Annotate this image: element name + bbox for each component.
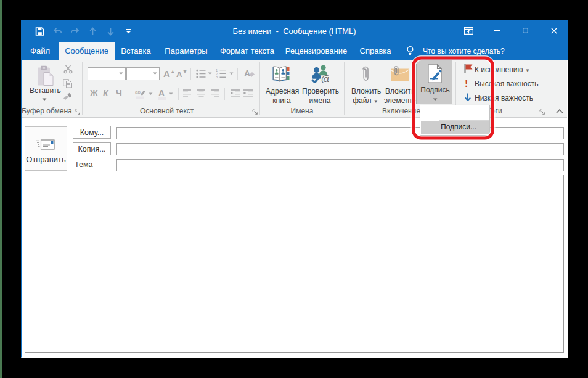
svg-text:3: 3 xyxy=(216,75,218,79)
svg-text:@: @ xyxy=(321,73,330,83)
svg-text:ab: ab xyxy=(135,89,141,95)
